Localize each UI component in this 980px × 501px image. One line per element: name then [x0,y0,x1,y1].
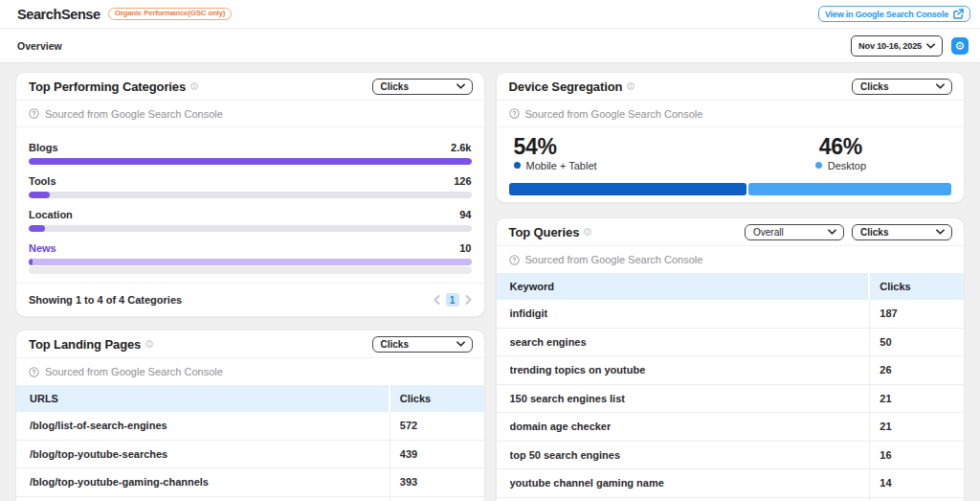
queries-cell-key: domain age checker [497,413,871,441]
queries-cell-key: 150 search engines list [497,385,871,413]
organic-performance-badge: Organic Performance(GSC only) [108,8,232,21]
category-row: Location94 [29,209,472,232]
chevron-down-icon [936,83,945,89]
info-icon[interactable] [145,340,153,348]
landing-col-header-label: Clicks [400,393,431,404]
categories-bar-list: Blogs2.6kTools126Location94News10 [16,127,484,283]
question-circle-icon[interactable] [509,108,520,119]
categories-metric-select[interactable]: Clicks [372,79,473,95]
landing-cell-value: 572 [390,412,484,440]
queries-cell-key-text: infidigit [510,307,548,319]
info-icon[interactable] [584,228,591,236]
chevron-down-icon [457,83,465,89]
queries-cell-value-text: 26 [880,364,891,376]
landing-cell-key: /blog/top-youtube-searches [16,441,390,468]
landing-cell-key: /blog/list-of-search-engines [16,412,390,440]
category-label: Tools [29,175,56,187]
categories-metric-value: Clicks [381,81,409,92]
category-label: Blogs [29,142,58,153]
queries-cell-value: 14 [870,469,964,497]
table-row: top 50 search engines16 [497,442,965,470]
question-circle-icon[interactable] [29,108,39,119]
queries-source-note: Sourced from Google Search Console [497,246,965,273]
queries-metric-select[interactable]: Clicks [852,224,952,240]
pagination-next-icon[interactable] [465,295,472,305]
queries-metric-value: Clicks [860,227,888,238]
date-range-label: Nov 10-16, 2025 [858,41,922,51]
category-bar-track[interactable] [29,192,472,198]
landing-cell-key [16,497,390,501]
categories-showing-text: Showing 1 to 4 of 4 Categories [29,294,182,306]
landing-cell-value: 439 [390,441,484,468]
pagination-prev-icon[interactable] [434,295,440,305]
queries-cell-key-text: search engines [510,336,587,348]
question-circle-icon[interactable] [509,255,520,265]
settings-button[interactable]: ⚙ [951,37,969,55]
category-label-line: Tools126 [29,175,472,188]
queries-cell-key: top 50 search engines [497,442,871,469]
queries-cell-value: 21 [870,385,964,413]
device-legend-label: Mobile + Tablet [526,160,597,171]
table-row: youtube channel gaming name14 [497,469,965,498]
landing-cell-value-text: 572 [400,420,417,431]
category-value: 2.6k [451,142,471,153]
landing-cell-value: 393 [390,468,484,496]
category-bar-track[interactable] [29,225,472,232]
landing-table-header: URLSClicks [16,385,484,412]
source-note-text: Sourced from Google Search Console [45,366,223,377]
queries-filter-select[interactable]: Overall [745,224,844,240]
queries-cell-value-text: 21 [880,393,891,404]
queries-cell-value: 187 [870,300,964,328]
categories-footer: Showing 1 to 4 of 4 Categories 1 [16,283,484,316]
info-icon[interactable] [627,82,635,90]
queries-col-header: Keyword [497,273,871,300]
landing-col-header: URLS [16,385,390,412]
table-row: infidigit187 [497,300,965,329]
source-note-text: Sourced from Google Search Console [45,108,223,120]
chevron-down-icon [828,229,836,235]
chevron-down-icon [457,341,465,347]
queries-col-header: Clicks [870,273,964,300]
pagination-page-1[interactable]: 1 [446,293,459,307]
device-stacked-bar [509,183,952,195]
device-stats: 54%Mobile + Tablet46%Desktop [509,136,952,172]
categories-source-note: Sourced from Google Search Console [16,101,484,127]
queries-card-header: Top Queries Overall Clicks [497,218,965,246]
device-legend: Desktop [815,158,866,172]
device-metric-select[interactable]: Clicks [852,79,952,95]
dashboard-content: Top Performing Categories Clicks [0,63,980,501]
gear-icon: ⚙ [955,40,966,52]
landing-cell-key-text: /blog/top-youtube-searches [30,448,167,460]
queries-table: KeywordClicksinfidigit187search engines5… [497,273,965,501]
landing-cell-key-text: /blog/top-youtube-gaming-channels [30,476,209,488]
category-ghost-track [29,266,472,274]
category-bar-track[interactable] [29,158,472,165]
date-range-picker[interactable]: Nov 10-16, 2025 [851,35,943,57]
sub-header: Overview Nov 10-16, 2025 ⚙ [0,29,980,63]
device-card-title: Device Segregation [509,80,623,94]
category-label-line: Location94 [29,209,472,221]
categories-card-title: Top Performing Categories [29,80,186,94]
landing-pages-metric-select[interactable]: Clicks [372,336,473,353]
category-row: News10 [29,242,472,274]
device-segregation-card: Device Segregation Clicks [496,72,966,203]
chevron-down-icon [926,43,935,49]
device-chart: 54%Mobile + Tablet46%Desktop [497,127,965,202]
categories-pagination: 1 [434,293,472,307]
landing-col-header-label: URLS [30,393,58,404]
queries-cell-key-text: youtube channel gaming name [510,477,664,489]
category-bar-track[interactable] [29,259,472,265]
category-bar-fill [29,259,33,265]
table-row: search engines50 [497,329,965,357]
view-in-gsc-button[interactable]: View in Google Search Console [818,6,970,22]
queries-cell-value: 50 [870,329,964,356]
table-row: /blog/top-youtube-gaming-channels393 [16,468,484,497]
queries-cell-key-text: domain age checker [510,421,612,432]
question-circle-icon[interactable] [29,367,39,377]
table-row-partial [497,498,965,501]
device-bar-segment [748,183,951,195]
queries-filter-value: Overall [753,227,784,238]
device-stat-block: 46%Desktop [730,136,951,172]
table-row: /blog/top-youtube-searches439 [16,441,484,469]
info-icon[interactable] [190,82,198,90]
